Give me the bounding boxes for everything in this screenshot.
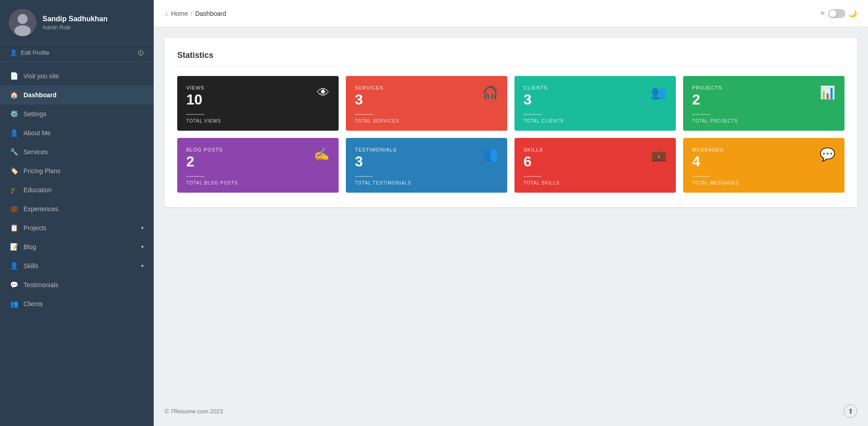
- home-breadcrumb-icon: ⌂: [165, 10, 168, 17]
- sidebar-label: Skills: [24, 262, 38, 270]
- blog-icon: 📝: [10, 243, 18, 251]
- topbar-right: ☀ 🌙: [819, 9, 857, 18]
- divider: [524, 176, 542, 177]
- theme-switch[interactable]: [828, 9, 845, 18]
- tile-number: 4: [692, 154, 724, 169]
- tile-label: CLIENTS: [524, 85, 547, 90]
- content-area: Statistics VIEWS 10 👁 TOTAL VIEWS: [154, 27, 868, 396]
- tile-footer: TOTAL BLOG POSTS: [186, 180, 330, 185]
- sidebar-label: Experiences: [24, 205, 58, 213]
- breadcrumb-separator: /: [191, 10, 193, 17]
- tile-footer: TOTAL PROJECTS: [692, 118, 835, 123]
- clients-icon: 👥: [10, 300, 18, 308]
- breadcrumb-home[interactable]: Home: [171, 10, 188, 17]
- tile-views[interactable]: VIEWS 10 👁 TOTAL VIEWS: [177, 76, 339, 131]
- headset-icon: 🎧: [482, 85, 498, 100]
- skills-icon: 👤: [10, 262, 18, 270]
- sun-icon: ☀: [819, 9, 826, 18]
- tile-footer: TOTAL TESTIMONIALS: [355, 180, 498, 185]
- settings-icon: ⚙️: [10, 110, 18, 118]
- sidebar-item-skills[interactable]: 👤 Skills ▾: [0, 256, 154, 275]
- power-icon: ⏻: [137, 49, 144, 56]
- svg-point-1: [18, 14, 28, 24]
- sidebar-item-education[interactable]: 🎓 Education: [0, 180, 154, 199]
- sidebar-item-pricing-plans[interactable]: 🏷️ Pricing Plans: [0, 161, 154, 180]
- pen-icon: ✍️: [314, 147, 330, 162]
- testimonials-icon: 💬: [10, 281, 18, 289]
- sidebar-label: Projects: [24, 224, 47, 232]
- profile-name: Sandip Sadhukhan: [42, 15, 108, 23]
- svg-point-2: [14, 25, 31, 36]
- tile-services[interactable]: SERVICES 3 🎧 TOTAL SERVICES: [346, 76, 507, 131]
- tile-blog-posts[interactable]: BLOG POSTS 2 ✍️ TOTAL BLOG POSTS: [177, 138, 339, 193]
- tile-footer: TOTAL VIEWS: [186, 118, 330, 123]
- divider: [524, 114, 542, 115]
- group-icon: 👥: [651, 85, 667, 100]
- tile-number: 6: [524, 154, 543, 169]
- breadcrumb-current: Dashboard: [195, 10, 226, 17]
- tile-label: SKILLS: [524, 147, 543, 152]
- tile-number: 3: [355, 92, 383, 107]
- sidebar-item-dashboard[interactable]: 🏠 Dashboard: [0, 85, 154, 104]
- sidebar-item-visit-site[interactable]: 📄 Visit you site: [0, 66, 154, 85]
- sidebar: Sandip Sadhukhan Admin Role 👤 Edit Profi…: [0, 0, 154, 426]
- statistics-card: Statistics VIEWS 10 👁 TOTAL VIEWS: [165, 38, 857, 207]
- tile-footer: TOTAL SERVICES: [355, 118, 498, 123]
- sidebar-label: Education: [24, 186, 52, 194]
- sidebar-item-testimonials[interactable]: 💬 Testimonials: [0, 275, 154, 294]
- edit-profile-label: Edit Profile: [21, 49, 49, 56]
- clipboard-icon: 📋: [10, 224, 18, 232]
- sidebar-label: Testimonials: [24, 281, 58, 289]
- edit-profile-button[interactable]: 👤 Edit Profile ⏻: [0, 43, 154, 62]
- divider: [692, 114, 710, 115]
- sidebar-label: About Me: [24, 129, 51, 137]
- topbar: ⌂ Home / Dashboard ☀ 🌙: [154, 0, 868, 27]
- tile-number: 3: [355, 154, 397, 169]
- tile-testimonials[interactable]: TESTIMONIALS 3 👥 TOTAL TESTIMONIALS: [346, 138, 507, 193]
- tile-label: TESTIMONIALS: [355, 147, 397, 152]
- tile-skills[interactable]: SKILLS 6 💼 TOTAL SKILLS: [514, 138, 676, 193]
- sidebar-item-projects[interactable]: 📋 Projects ▾: [0, 218, 154, 237]
- breadcrumb: ⌂ Home / Dashboard: [165, 10, 226, 17]
- sidebar-label: Dashboard: [24, 91, 57, 99]
- profile-role: Admin Role: [42, 24, 108, 31]
- tile-label: VIEWS: [186, 85, 204, 90]
- toggle-knob: [829, 10, 836, 17]
- sidebar-label: Settings: [24, 110, 47, 118]
- tile-projects[interactable]: PROJECTS 2 📊 TOTAL PROJECTS: [683, 76, 844, 131]
- sidebar-item-experiences[interactable]: 💼 Experiences: [0, 199, 154, 218]
- avatar: [9, 9, 36, 36]
- sidebar-item-settings[interactable]: ⚙️ Settings: [0, 104, 154, 123]
- tile-clients[interactable]: CLIENTS 3 👥 TOTAL CLIENTS: [514, 76, 676, 131]
- scroll-top-button[interactable]: ⬆: [844, 404, 857, 418]
- sidebar-item-about-me[interactable]: 👤 About Me: [0, 123, 154, 142]
- tile-messages[interactable]: MESSAGES 4 💬 TOTAL MESSAGES: [683, 138, 844, 193]
- theme-toggle[interactable]: ☀ 🌙: [819, 9, 857, 18]
- sidebar-nav: 📄 Visit you site 🏠 Dashboard ⚙️ Settings…: [0, 62, 154, 426]
- tile-number: 10: [186, 92, 204, 107]
- graduation-icon: 🎓: [10, 186, 18, 194]
- tile-number: 2: [692, 92, 722, 107]
- divider: [186, 114, 204, 115]
- copyright-text: © 7Resume.com 2023: [165, 408, 223, 415]
- tile-footer: TOTAL CLIENTS: [524, 118, 667, 123]
- sidebar-item-blog[interactable]: 📝 Blog ▾: [0, 237, 154, 256]
- kanban-icon: 📊: [820, 85, 835, 100]
- eye-icon: 👁: [317, 85, 330, 100]
- home-icon: 🏠: [10, 91, 18, 99]
- briefcase-icon: 💼: [10, 205, 18, 213]
- tile-footer: TOTAL SKILLS: [524, 180, 667, 185]
- chat-icon: 💬: [820, 147, 835, 162]
- person-icon: 👤: [10, 129, 18, 137]
- statistics-title: Statistics: [177, 51, 844, 67]
- sidebar-item-clients[interactable]: 👥 Clients: [0, 294, 154, 313]
- tag-icon: 🏷️: [10, 167, 18, 175]
- sidebar-item-services[interactable]: 🔧 Services: [0, 142, 154, 161]
- tile-number: 2: [186, 154, 223, 169]
- profile-section: Sandip Sadhukhan Admin Role: [0, 0, 154, 43]
- main-content: ⌂ Home / Dashboard ☀ 🌙 Statistics: [154, 0, 868, 426]
- wrench-icon: 🔧: [10, 148, 18, 156]
- user-icon: 👤: [10, 49, 17, 56]
- tile-label: SERVICES: [355, 85, 383, 90]
- sidebar-label: Pricing Plans: [24, 167, 61, 175]
